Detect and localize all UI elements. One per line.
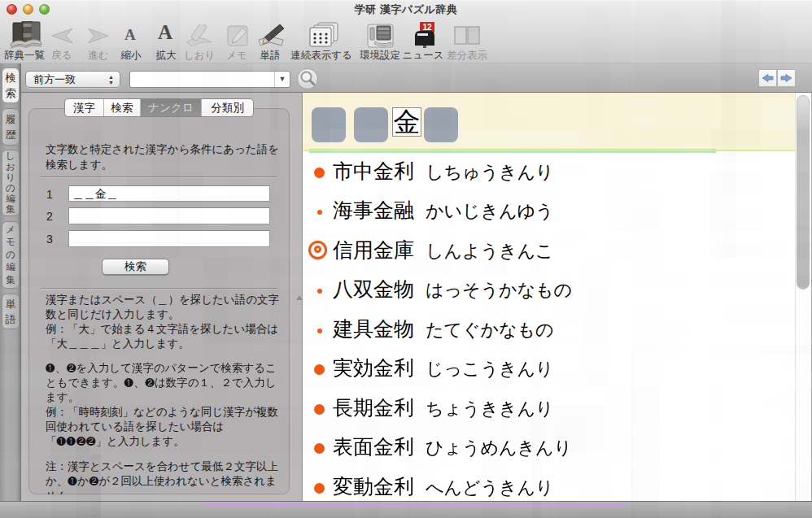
svg-text:12: 12 — [422, 23, 432, 32]
